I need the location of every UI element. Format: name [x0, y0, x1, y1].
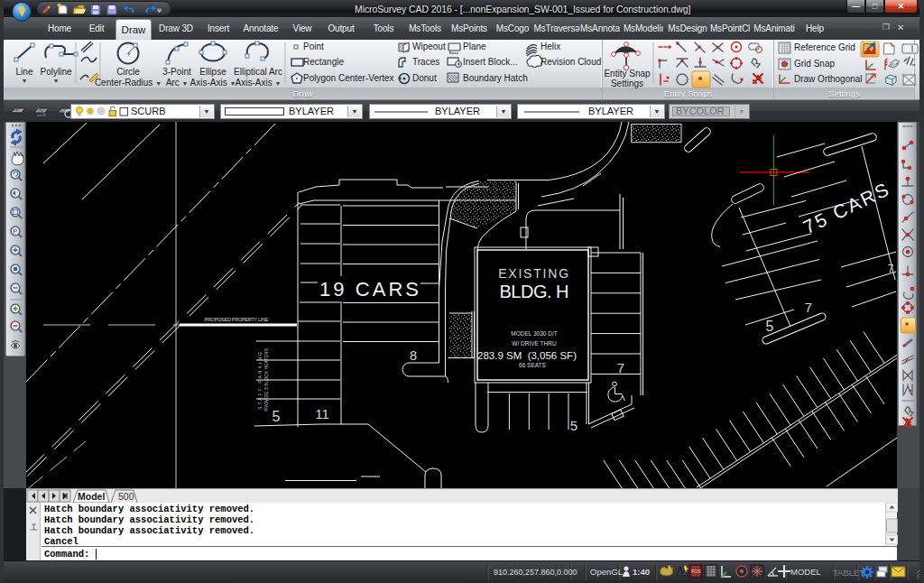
svg-text:66 SEATS: 66 SEATS [519, 362, 547, 368]
svg-text:BLDG. H: BLDG. H [500, 282, 569, 301]
svg-text:283.9 SM (3,056 SF): 283.9 SM (3,056 SF) [477, 350, 577, 361]
svg-text:EXISTING: EXISTING [498, 266, 570, 281]
svg-text:POS: POS [691, 569, 701, 574]
svg-text:MODEL 3030 D/T: MODEL 3030 D/T [511, 330, 557, 337]
svg-text:7: 7 [805, 300, 812, 315]
svg-text:5: 5 [766, 319, 774, 334]
svg-text:PROVIDE 3 BLOCK HEATERS: PROVIDE 3 BLOCK HEATERS [263, 347, 269, 412]
svg-text:7: 7 [617, 360, 624, 375]
svg-text:P: P [14, 228, 18, 235]
svg-text:PROPOSED PROPERTY LINE: PROPOSED PROPERTY LINE [205, 317, 269, 322]
svg-text:75 CARS: 75 CARS [799, 179, 892, 237]
svg-text:5: 5 [273, 409, 281, 424]
svg-text:STAFF PARKING: STAFF PARKING [257, 352, 263, 410]
svg-text:7: 7 [888, 263, 894, 275]
svg-text:11: 11 [315, 406, 329, 421]
svg-text:8: 8 [410, 348, 417, 363]
svg-text:W/ DRIVE THRU: W/ DRIVE THRU [512, 340, 557, 347]
svg-text:Model: Model [78, 491, 105, 502]
svg-text:500: 500 [118, 491, 134, 502]
svg-text:5: 5 [570, 418, 578, 433]
